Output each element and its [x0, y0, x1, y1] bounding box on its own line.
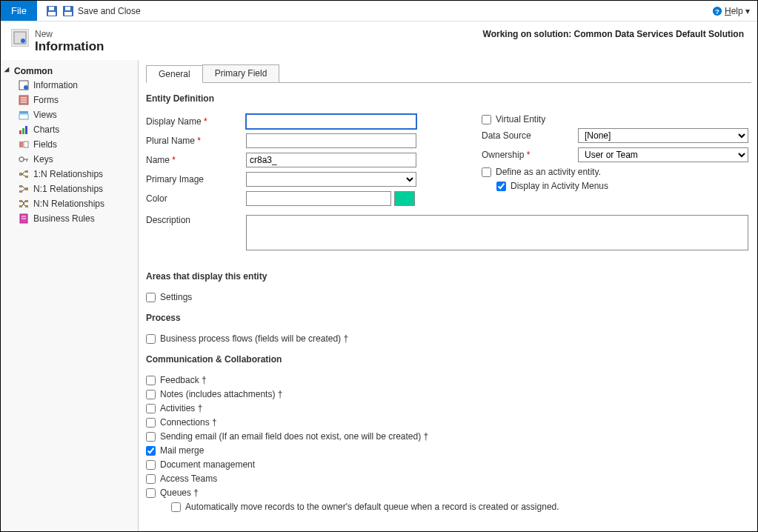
sidebar-item-label: Fields — [33, 139, 57, 150]
virtual-entity-label: Virtual Entity — [496, 114, 545, 124]
svg-rect-31 — [25, 187, 28, 190]
svg-rect-21 — [19, 142, 23, 147]
svg-line-35 — [22, 189, 25, 191]
activities-label: Activities † — [160, 403, 202, 413]
relationship-icon — [19, 169, 29, 179]
color-label: Color — [146, 193, 246, 204]
svg-rect-18 — [19, 130, 21, 134]
display-activity-menus-label: Display in Activity Menus — [511, 181, 608, 191]
define-activity-label: Define as an activity entity. — [496, 167, 601, 177]
plural-name-label: Plural Name — [146, 136, 246, 146]
svg-rect-17 — [19, 114, 28, 119]
primary-image-select[interactable] — [246, 172, 416, 187]
auto-queue-label: Automatically move records to the owner'… — [185, 502, 559, 512]
svg-text:?: ? — [715, 7, 719, 15]
auto-queue-checkbox[interactable] — [171, 502, 181, 512]
sidebar-item-forms[interactable]: Forms — [1, 93, 138, 107]
sidebar-item-nn-rel[interactable]: N:N Relationships — [1, 196, 138, 211]
svg-rect-4 — [64, 12, 72, 16]
svg-rect-36 — [19, 200, 22, 202]
tab-primary-field[interactable]: Primary Field — [202, 64, 280, 82]
section-process: Process — [146, 313, 748, 323]
sending-email-checkbox[interactable] — [146, 432, 156, 442]
doc-mgmt-label: Document management — [160, 459, 255, 470]
form-scroll-area[interactable]: Entity Definition Display Name Plural Na… — [146, 83, 751, 531]
display-name-input[interactable] — [246, 114, 416, 129]
name-input[interactable] — [246, 153, 416, 167]
svg-rect-1 — [48, 12, 56, 16]
display-activity-menus-checkbox[interactable] — [496, 182, 506, 191]
data-source-select[interactable]: [None] — [578, 128, 748, 143]
entity-icon — [11, 29, 29, 47]
sidebar-group-common[interactable]: Common — [1, 64, 138, 78]
notes-label: Notes (includes attachments) † — [160, 389, 282, 399]
activities-checkbox[interactable] — [146, 404, 156, 413]
area-settings-label: Settings — [160, 292, 192, 302]
sidebar-item-charts[interactable]: Charts — [1, 122, 138, 137]
help-link[interactable]: ? Help ▾ — [712, 6, 750, 16]
plural-name-input[interactable] — [246, 133, 416, 148]
sidebar-item-label: Keys — [33, 154, 53, 164]
access-teams-checkbox[interactable] — [146, 474, 156, 484]
working-on-solution: Working on solution: Common Data Service… — [483, 29, 744, 39]
svg-point-11 — [24, 85, 28, 90]
sidebar-item-label: Charts — [33, 124, 59, 135]
relationship-icon — [19, 184, 29, 194]
breadcrumb: New — [35, 29, 104, 39]
color-swatch[interactable] — [394, 191, 415, 206]
file-button[interactable]: File — [1, 1, 37, 21]
sidebar-item-keys[interactable]: Keys — [1, 152, 138, 167]
sidebar-item-label: N:N Relationships — [33, 199, 104, 209]
svg-line-29 — [22, 171, 25, 174]
mail-merge-label: Mail merge — [160, 445, 204, 456]
chart-icon — [19, 124, 29, 135]
sidebar-item-business-rules[interactable]: Business Rules — [1, 211, 138, 226]
svg-rect-26 — [19, 173, 22, 176]
sidebar-item-n1-rel[interactable]: N:1 Relationships — [1, 182, 138, 196]
save-icon[interactable] — [46, 5, 58, 17]
description-textarea[interactable] — [246, 215, 748, 250]
notes-checkbox[interactable] — [146, 390, 156, 399]
svg-rect-39 — [25, 205, 28, 207]
svg-line-30 — [22, 174, 25, 176]
access-teams-label: Access Teams — [160, 473, 217, 484]
sidebar-item-1n-rel[interactable]: 1:N Relationships — [1, 167, 138, 182]
queues-label: Queues † — [160, 488, 199, 498]
area-settings-checkbox[interactable] — [146, 293, 156, 302]
define-activity-checkbox[interactable] — [482, 167, 491, 177]
svg-rect-28 — [25, 176, 28, 178]
svg-point-23 — [19, 157, 24, 162]
connections-label: Connections † — [160, 417, 217, 428]
name-label: Name — [146, 155, 246, 165]
color-input[interactable] — [246, 191, 391, 206]
feedback-checkbox[interactable] — [146, 376, 156, 385]
sidebar-item-information[interactable]: Information — [1, 78, 138, 93]
bpf-checkbox[interactable] — [146, 334, 156, 344]
sidebar-item-label: N:1 Relationships — [33, 184, 103, 194]
svg-rect-37 — [19, 205, 22, 207]
info-icon — [19, 80, 29, 90]
sidebar-item-label: Forms — [33, 95, 59, 105]
svg-rect-22 — [24, 142, 28, 147]
page-title: Information — [35, 39, 104, 54]
doc-mgmt-checkbox[interactable] — [146, 460, 156, 470]
sidebar-item-fields[interactable]: Fields — [1, 137, 138, 152]
form-icon — [19, 95, 29, 105]
ownership-select[interactable]: User or Team — [578, 147, 748, 162]
queues-checkbox[interactable] — [146, 488, 156, 498]
sidebar-item-views[interactable]: Views — [1, 107, 138, 122]
svg-rect-20 — [25, 126, 27, 134]
relationship-icon — [19, 199, 29, 209]
ownership-label: Ownership — [482, 150, 578, 160]
save-and-close-button[interactable]: Save and Close — [62, 5, 141, 17]
virtual-entity-checkbox[interactable] — [482, 115, 491, 124]
data-source-label: Data Source — [482, 130, 578, 141]
display-name-label: Display Name — [146, 116, 246, 127]
mail-merge-checkbox[interactable] — [146, 446, 156, 456]
sidebar-item-label: Information — [33, 80, 78, 90]
section-areas: Areas that display this entity — [146, 271, 748, 282]
feedback-label: Feedback † — [160, 375, 207, 385]
svg-rect-5 — [65, 7, 70, 10]
connections-checkbox[interactable] — [146, 418, 156, 428]
tab-general[interactable]: General — [146, 65, 203, 83]
